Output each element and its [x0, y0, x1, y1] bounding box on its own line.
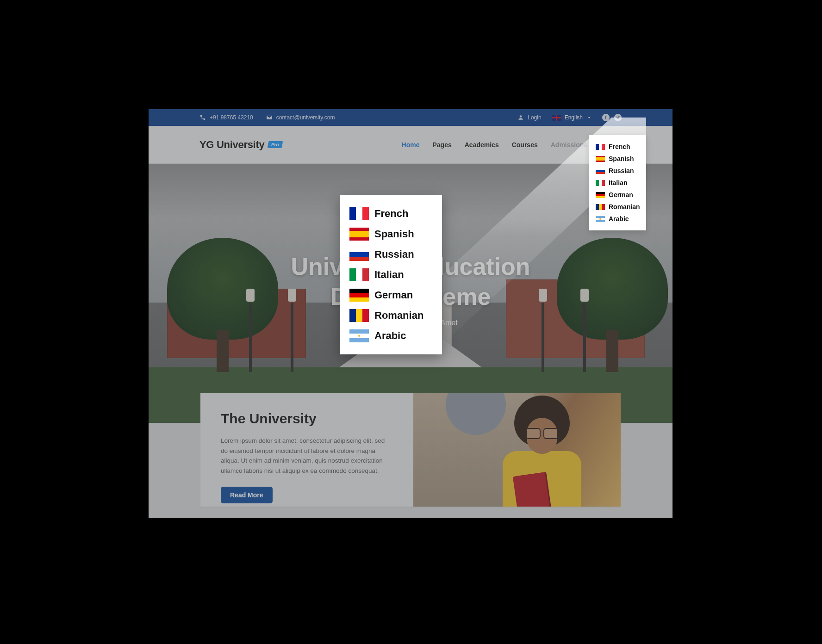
facebook-icon[interactable]: f [602, 114, 610, 121]
info-heading: The University [221, 411, 393, 427]
chevron-down-icon [586, 115, 592, 120]
phone[interactable]: +91 98765 43210 [199, 114, 253, 121]
it-flag-icon [596, 180, 605, 186]
lang-option-romanian[interactable]: Romanian [589, 201, 646, 213]
nav-admissions[interactable]: Admissions [551, 141, 587, 149]
topbar: +91 98765 43210 contact@university.com L… [149, 109, 673, 126]
nav-courses[interactable]: Courses [512, 141, 538, 149]
lang-zoom-spanish[interactable]: Spanish [340, 224, 442, 244]
lang-zoom-italian[interactable]: Italian [340, 265, 442, 285]
lang-option-russian[interactable]: Russian [589, 165, 646, 177]
language-popup-zoom: French Spanish Russian Italian German Ro… [340, 195, 442, 354]
fr-flag-icon [596, 144, 605, 150]
nav-links: Home Pages Academics Courses Admissions … [402, 141, 622, 149]
nav-academics[interactable]: Academics [465, 141, 499, 149]
logo-text: YG University [199, 139, 264, 151]
lang-zoom-russian[interactable]: Russian [340, 244, 442, 265]
ro-flag-icon [349, 309, 369, 322]
ru-flag-icon [596, 168, 605, 174]
es-flag-icon [349, 228, 369, 241]
de-flag-icon [596, 192, 605, 198]
phone-icon [199, 114, 206, 121]
ar-flag-icon [349, 329, 369, 342]
es-flag-icon [596, 156, 605, 162]
ar-flag-icon [596, 216, 605, 222]
mail-icon [266, 114, 273, 121]
nav-home[interactable]: Home [402, 141, 420, 149]
lang-zoom-arabic[interactable]: Arabic [340, 326, 442, 346]
read-more-button[interactable]: Read More [221, 487, 273, 503]
pro-badge: Pro [268, 141, 283, 148]
lang-option-arabic[interactable]: Arabic [589, 213, 646, 225]
fr-flag-icon [349, 207, 369, 220]
lang-zoom-romanian[interactable]: Romanian [340, 305, 442, 326]
lang-option-french[interactable]: French [589, 141, 646, 153]
uk-flag-icon [552, 115, 561, 121]
language-button[interactable]: English [548, 109, 596, 126]
lang-option-italian[interactable]: Italian [589, 177, 646, 189]
lang-zoom-german[interactable]: German [340, 285, 442, 305]
ro-flag-icon [596, 204, 605, 210]
info-body: Lorem ipsum dolor sit amet, consectetur … [221, 436, 393, 476]
it-flag-icon [349, 268, 369, 281]
user-icon [517, 114, 524, 121]
login-label: Login [528, 114, 541, 121]
twitter-icon[interactable] [614, 114, 622, 121]
logo[interactable]: YG University Pro [199, 139, 282, 151]
info-image [413, 393, 621, 507]
lang-option-spanish[interactable]: Spanish [589, 153, 646, 165]
lang-option-german[interactable]: German [589, 189, 646, 201]
phone-text: +91 98765 43210 [210, 114, 253, 121]
email-text: contact@university.com [276, 114, 335, 121]
nav-pages[interactable]: Pages [433, 141, 452, 149]
language-current: English [565, 114, 583, 121]
language-dropdown: French Spanish Russian Italian German Ro… [589, 135, 646, 230]
email[interactable]: contact@university.com [266, 114, 335, 121]
info-card: The University Lorem ipsum dolor sit ame… [200, 393, 621, 507]
login-link[interactable]: Login [517, 114, 541, 121]
de-flag-icon [349, 289, 369, 302]
ru-flag-icon [349, 248, 369, 261]
lang-zoom-french[interactable]: French [340, 204, 442, 224]
